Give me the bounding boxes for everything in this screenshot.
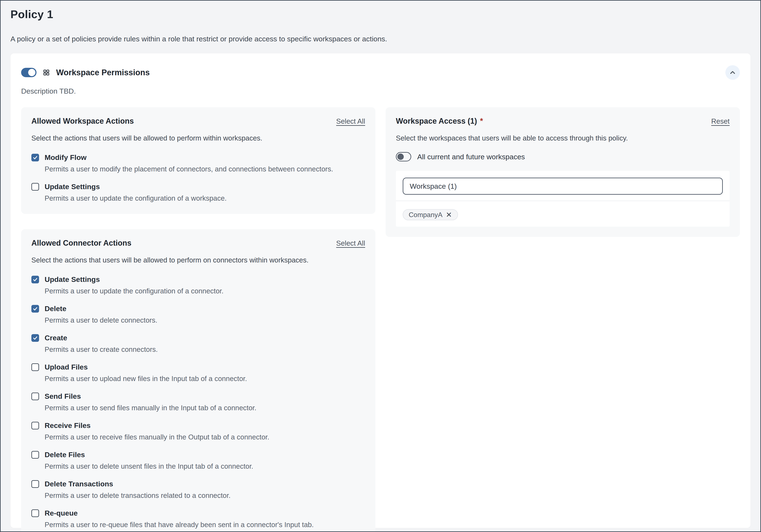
- check-icon: [32, 306, 38, 311]
- checkbox-item: Delete Files: [31, 451, 365, 459]
- workspace-access-panel: Workspace Access (1) * Reset Select the …: [385, 107, 740, 237]
- checkbox-label: Update Settings: [45, 275, 100, 284]
- checkbox-label: Update Settings: [45, 183, 100, 191]
- panel-description: Select the workspaces that users will be…: [396, 134, 730, 142]
- check-icon: [32, 155, 38, 160]
- checkbox-checked[interactable]: [31, 276, 39, 283]
- checkbox-description: Permits a user to update the configurati…: [45, 287, 365, 295]
- all-workspaces-toggle-row: All current and future workspaces: [396, 152, 730, 161]
- checkbox-unchecked[interactable]: [31, 451, 39, 459]
- panel-head: Workspace Access (1) * Reset: [396, 117, 730, 126]
- workspace-select-input[interactable]: Workspace (1): [403, 178, 723, 195]
- checkbox-description: Permits a user to upload new files in th…: [45, 375, 365, 383]
- checkbox-item: Upload Files: [31, 363, 365, 371]
- checkbox-list: Update SettingsPermits a user to update …: [31, 275, 365, 529]
- workspace-selector-card: Workspace (1) CompanyA✕: [396, 171, 730, 227]
- page-subtitle: A policy or a set of policies provide ru…: [11, 35, 750, 43]
- checkbox-unchecked[interactable]: [31, 393, 39, 400]
- chevron-up-icon: [729, 69, 736, 76]
- workspace-permissions-toggle[interactable]: [21, 68, 36, 77]
- checkbox-label: Delete Transactions: [45, 480, 113, 488]
- checkbox-checked[interactable]: [31, 305, 39, 313]
- panel-head: Allowed Workspace Actions Select All: [31, 117, 365, 126]
- check-icon: [32, 335, 38, 341]
- close-icon[interactable]: ✕: [446, 211, 452, 218]
- page-title: Policy 1: [11, 8, 750, 21]
- checkbox-description: Permits a user to receive files manually…: [45, 433, 365, 441]
- card-description: Description TBD.: [21, 87, 740, 95]
- checkbox-label: Modify Flow: [45, 153, 87, 162]
- checkbox-description: Permits a user to delete unsent files in…: [45, 462, 365, 470]
- checkbox-checked[interactable]: [31, 334, 39, 342]
- panel-title: Workspace Access (1): [396, 117, 477, 126]
- panels-grid: Allowed Workspace Actions Select All Sel…: [21, 107, 740, 532]
- allowed-workspace-actions-panel: Allowed Workspace Actions Select All Sel…: [21, 107, 376, 214]
- checkbox-item: Modify Flow: [31, 153, 365, 162]
- card-title: Workspace Permissions: [56, 68, 150, 77]
- collapse-section-button[interactable]: [725, 65, 740, 80]
- checkbox-unchecked[interactable]: [31, 363, 39, 371]
- select-all-link[interactable]: Select All: [336, 239, 365, 247]
- checkbox-list: Modify FlowPermits a user to modify the …: [31, 153, 365, 202]
- checkbox-description: Permits a user to delete transactions re…: [45, 492, 365, 500]
- checkbox-item: Update Settings: [31, 183, 365, 191]
- checkbox-label: Create: [45, 334, 67, 342]
- checkbox-unchecked[interactable]: [31, 422, 39, 429]
- checkbox-item: Create: [31, 334, 365, 342]
- all-workspaces-toggle-label: All current and future workspaces: [417, 153, 525, 161]
- checkbox-label: Receive Files: [45, 421, 90, 430]
- checkbox-unchecked[interactable]: [31, 480, 39, 488]
- check-icon: [32, 277, 38, 282]
- checkbox-unchecked[interactable]: [31, 509, 39, 517]
- workspace-chip: CompanyA✕: [403, 209, 458, 220]
- checkbox-item: Receive Files: [31, 421, 365, 430]
- checkbox-label: Delete: [45, 304, 66, 313]
- allowed-connector-actions-panel: Allowed Connector Actions Select All Sel…: [21, 229, 376, 532]
- panel-description: Select the actions that users will be al…: [31, 256, 365, 264]
- right-column: Workspace Access (1) * Reset Select the …: [385, 107, 740, 237]
- checkbox-label: Upload Files: [45, 363, 88, 371]
- card-header: Workspace Permissions: [21, 65, 740, 80]
- checkbox-label: Re-queue: [45, 509, 78, 517]
- checkbox-description: Permits a user to re-queue files that ha…: [45, 521, 365, 529]
- select-all-link[interactable]: Select All: [336, 117, 365, 125]
- left-column: Allowed Workspace Actions Select All Sel…: [21, 107, 376, 532]
- checkbox-description: Permits a user to delete connectors.: [45, 316, 365, 324]
- checkbox-checked[interactable]: [31, 154, 39, 161]
- checkbox-label: Send Files: [45, 392, 81, 400]
- checkbox-label: Delete Files: [45, 451, 85, 459]
- toggle-knob: [28, 69, 35, 76]
- checkbox-item: Re-queue: [31, 509, 365, 517]
- checkbox-item: Update Settings: [31, 275, 365, 284]
- all-workspaces-toggle[interactable]: [396, 152, 411, 161]
- panel-title: Allowed Workspace Actions: [31, 117, 134, 126]
- checkbox-description: Permits a user to create connectors.: [45, 346, 365, 353]
- chip-label: CompanyA: [409, 211, 442, 219]
- checkbox-description: Permits a user to update the configurati…: [45, 194, 365, 202]
- toggle-knob: [397, 153, 404, 160]
- checkbox-item: Delete: [31, 304, 365, 313]
- panel-head: Allowed Connector Actions Select All: [31, 239, 365, 247]
- panel-description: Select the actions that users will be al…: [31, 134, 365, 142]
- checkbox-unchecked[interactable]: [31, 183, 39, 190]
- panel-title: Allowed Connector Actions: [31, 239, 132, 247]
- workspace-select-label: Workspace (1): [410, 182, 457, 190]
- grid-icon: [43, 69, 50, 76]
- selected-workspace-chips: CompanyA✕: [396, 201, 730, 227]
- checkbox-item: Send Files: [31, 392, 365, 400]
- required-marker: *: [480, 117, 483, 126]
- workspace-permissions-card: Workspace Permissions Description TBD. A…: [11, 53, 750, 528]
- checkbox-description: Permits a user to send files manually in…: [45, 404, 365, 412]
- screenshot-frame: Policy 1 A policy or a set of policies p…: [0, 0, 761, 532]
- checkbox-item: Delete Transactions: [31, 480, 365, 488]
- reset-link[interactable]: Reset: [711, 117, 730, 125]
- checkbox-description: Permits a user to modify the placement o…: [45, 165, 365, 173]
